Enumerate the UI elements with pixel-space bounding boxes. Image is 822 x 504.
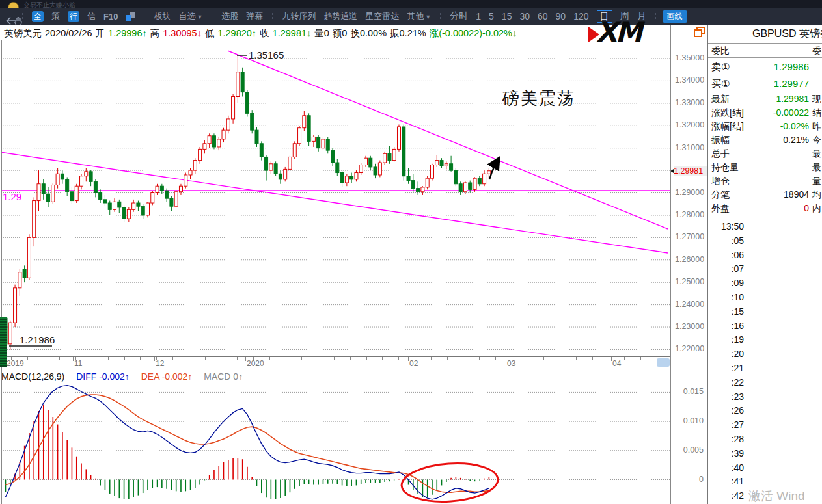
price-axis-label: 1.35000: [675, 53, 704, 62]
title-bar: 交易不止大赚小赔: [0, 0, 822, 8]
candle-body: [141, 206, 144, 215]
candle-body: [483, 174, 486, 183]
stat-row: 总手最: [708, 147, 822, 161]
axis-tick: [221, 357, 221, 360]
candle-body: [127, 209, 130, 219]
candle-body: [440, 161, 443, 166]
candle-body: [251, 113, 254, 130]
price-axis-label: 1.34000: [675, 75, 704, 85]
left-edge-volume-artifact: [0, 317, 7, 367]
macd-dea-value: DEA -0.002↑: [141, 371, 193, 382]
quote-field: 1.29996↑: [108, 28, 147, 38]
x-axis-label: 11: [74, 359, 82, 368]
layers-icon: [126, 12, 135, 21]
axis-tick: [528, 357, 528, 360]
macd-pane[interactable]: [1, 384, 670, 504]
period-button[interactable]: 90: [556, 11, 566, 21]
quote-field: 换0.00%: [350, 28, 387, 38]
toolbar-item[interactable]: 弹幕: [246, 10, 263, 22]
toolbar-item[interactable]: 行: [68, 11, 79, 22]
stat-row: 振幅0.21%今: [708, 133, 822, 147]
toolbar-item[interactable]: F10: [103, 12, 118, 21]
period-button[interactable]: 60: [538, 11, 548, 21]
axis-tick: [479, 357, 480, 360]
time-item: :22: [711, 376, 744, 390]
candle-body: [260, 144, 263, 157]
candlestick-pane[interactable]: 1.291.351651.21986磅美震荡: [1, 40, 670, 356]
period-button[interactable]: 15: [502, 11, 512, 21]
time-item: :06: [711, 248, 744, 263]
period-button[interactable]: 120: [573, 11, 588, 21]
time-item: :20: [711, 347, 744, 362]
highlight-ellipse-annotation: [400, 460, 499, 504]
axis-tick: [463, 357, 463, 360]
period-button[interactable]: 1: [476, 11, 481, 21]
axis-tick: [172, 357, 173, 360]
period-button[interactable]: 5: [489, 11, 494, 21]
toolbar-item[interactable]: 信: [87, 10, 96, 22]
scrollbar-thumb[interactable]: [657, 358, 670, 367]
axis-tick: [624, 357, 625, 360]
price-level-label: 1.29: [3, 191, 21, 202]
candle-body: [298, 128, 301, 144]
price-axis-label: 1.25000: [675, 277, 704, 286]
candle-body: [70, 192, 74, 201]
toolbar-separator: [694, 12, 694, 21]
toolbar-item[interactable]: 趋势通道: [323, 10, 357, 22]
candle-body: [51, 185, 55, 202]
quote-field: 低: [205, 28, 215, 38]
time-item: :26: [711, 404, 744, 418]
toolbar-item[interactable]: 其他▼: [407, 10, 431, 22]
toolbar-item[interactable]: 全: [32, 11, 44, 22]
candle-body: [47, 194, 50, 202]
candle-body: [307, 116, 310, 142]
candle-body: [33, 201, 36, 238]
time-list: 13:50:05:06:07:09:10:15:16:19:20:21:22:2…: [711, 220, 744, 503]
candle-body: [350, 176, 353, 179]
candle-body: [487, 171, 491, 174]
axis-tick: [44, 357, 44, 360]
time-item: :39: [711, 447, 744, 461]
chart-note-annotation: 磅美震荡: [502, 88, 575, 108]
restore-window-icon[interactable]: [694, 27, 704, 36]
toolbar-item[interactable]: 九转序列: [282, 10, 316, 22]
toolbar-item[interactable]: 策: [51, 10, 60, 22]
layers-icon[interactable]: [126, 12, 135, 21]
time-item: :23: [711, 390, 744, 405]
toolbar-item[interactable]: 自选▼: [178, 10, 202, 22]
price-axis-label: 1.28000: [675, 210, 704, 219]
time-item: :41: [711, 475, 744, 489]
candle-body: [170, 198, 173, 206]
axis-tick: [286, 357, 286, 360]
candle-body: [402, 127, 405, 176]
candle-body: [293, 144, 296, 157]
candle-body: [364, 158, 368, 165]
toolbar-item[interactable]: 选股: [221, 10, 238, 22]
axis-tick: [609, 357, 609, 360]
panel-symbol-header: GBPUSD 英镑美元: [708, 27, 822, 43]
candle-body: [454, 170, 458, 184]
axis-tick: [447, 357, 448, 360]
toolbar-item[interactable]: 星空雷达: [365, 10, 399, 22]
quote-field: 振0.21%: [390, 28, 426, 38]
candle-body: [174, 192, 178, 206]
x-axis-label: 12: [156, 359, 164, 368]
period-button[interactable]: 30: [519, 11, 530, 21]
axis-tick: [334, 357, 335, 360]
period-button[interactable]: 分时: [450, 10, 468, 22]
candle-body: [397, 127, 400, 149]
draw-line-button[interactable]: 画线: [663, 10, 687, 23]
stat-row: 最新1.29981现: [708, 92, 822, 106]
candle-body: [284, 169, 287, 179]
candle-body: [42, 184, 45, 194]
macd-axis-label: 0: [680, 475, 704, 484]
quote-field: 涨(-0.00022)-0.02%↓: [430, 28, 517, 38]
candle-body: [217, 139, 221, 147]
candle-body: [274, 164, 277, 174]
candle-body: [75, 186, 78, 200]
axis-tick: [350, 357, 351, 360]
toolbar-separator: [272, 12, 273, 21]
time-item: :10: [711, 291, 744, 305]
toolbar-item[interactable]: 板块: [154, 10, 171, 22]
price-axis-label: 1.27000: [675, 232, 704, 241]
